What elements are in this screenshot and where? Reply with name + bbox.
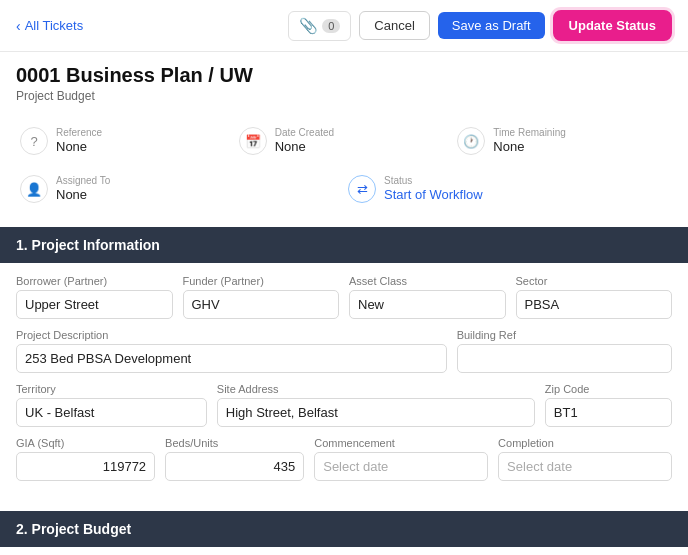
borrower-input[interactable] xyxy=(16,290,173,319)
form-content: Borrower (Partner) Funder (Partner) Asse… xyxy=(0,263,688,503)
commencement-label: Commencement xyxy=(314,437,488,449)
sector-input[interactable] xyxy=(516,290,673,319)
sector-label: Sector xyxy=(516,275,673,287)
back-link-label: All Tickets xyxy=(25,18,84,33)
site-address-group: Site Address xyxy=(217,383,535,427)
site-address-label: Site Address xyxy=(217,383,535,395)
attachment-button[interactable]: 📎 0 xyxy=(288,11,351,41)
update-status-button[interactable]: Update Status xyxy=(553,10,672,41)
gia-group: GIA (Sqft) xyxy=(16,437,155,481)
project-desc-group: Project Description xyxy=(16,329,447,373)
form-row-1: Borrower (Partner) Funder (Partner) Asse… xyxy=(16,275,672,319)
person-icon: 👤 xyxy=(20,175,48,203)
borrower-label: Borrower (Partner) xyxy=(16,275,173,287)
clock-icon: 🕐 xyxy=(457,127,485,155)
commencement-group: Commencement Select date xyxy=(314,437,488,481)
status-label: Status xyxy=(384,175,483,186)
completion-group: Completion Select date xyxy=(498,437,672,481)
attachment-count: 0 xyxy=(322,19,340,33)
territory-group: Territory xyxy=(16,383,207,427)
completion-label: Completion xyxy=(498,437,672,449)
date-created-value: None xyxy=(275,139,334,154)
gia-label: GIA (Sqft) xyxy=(16,437,155,449)
territory-input[interactable] xyxy=(16,398,207,427)
zip-code-input[interactable] xyxy=(545,398,672,427)
ticket-title: 0001 Business Plan / UW xyxy=(16,64,672,87)
top-actions: 📎 0 Cancel Save as Draft Update Status xyxy=(288,10,672,41)
status-icon: ⇄ xyxy=(348,175,376,203)
beds-input[interactable] xyxy=(165,452,304,481)
section2-header: 2. Project Budget xyxy=(0,511,688,547)
site-address-input[interactable] xyxy=(217,398,535,427)
project-desc-input[interactable] xyxy=(16,344,447,373)
reference-field: ? Reference None xyxy=(16,119,235,163)
time-remaining-label: Time Remaining xyxy=(493,127,565,138)
gia-input[interactable] xyxy=(16,452,155,481)
section1-title: 1. Project Information xyxy=(16,237,160,253)
reference-value: None xyxy=(56,139,102,154)
sector-group: Sector xyxy=(516,275,673,319)
zip-code-label: Zip Code xyxy=(545,383,672,395)
meta-grid-row2: 👤 Assigned To None ⇄ Status Start of Wor… xyxy=(0,163,688,219)
commencement-select[interactable]: Select date xyxy=(314,452,488,481)
assigned-to-field: 👤 Assigned To None xyxy=(16,167,344,211)
asset-class-input[interactable] xyxy=(349,290,506,319)
building-ref-group: Building Ref xyxy=(457,329,672,373)
section2-title: 2. Project Budget xyxy=(16,521,131,537)
asset-class-group: Asset Class xyxy=(349,275,506,319)
assigned-to-label: Assigned To xyxy=(56,175,110,186)
back-link[interactable]: ‹ All Tickets xyxy=(16,18,83,34)
funder-label: Funder (Partner) xyxy=(183,275,340,287)
date-created-label: Date Created xyxy=(275,127,334,138)
ticket-subtitle: Project Budget xyxy=(16,89,672,103)
completion-select[interactable]: Select date xyxy=(498,452,672,481)
beds-label: Beds/Units xyxy=(165,437,304,449)
page: ‹ All Tickets 📎 0 Cancel Save as Draft U… xyxy=(0,0,688,555)
funder-input[interactable] xyxy=(183,290,340,319)
meta-grid-row1: ? Reference None 📅 Date Created None 🕐 T… xyxy=(0,111,688,163)
section1-header: 1. Project Information xyxy=(0,227,688,263)
borrower-group: Borrower (Partner) xyxy=(16,275,173,319)
building-ref-label: Building Ref xyxy=(457,329,672,341)
reference-label: Reference xyxy=(56,127,102,138)
time-remaining-field: 🕐 Time Remaining None xyxy=(453,119,672,163)
status-value: Start of Workflow xyxy=(384,187,483,202)
asset-class-label: Asset Class xyxy=(349,275,506,287)
building-ref-input[interactable] xyxy=(457,344,672,373)
project-desc-label: Project Description xyxy=(16,329,447,341)
top-bar: ‹ All Tickets 📎 0 Cancel Save as Draft U… xyxy=(0,0,688,52)
form-row-3: Territory Site Address Zip Code xyxy=(16,383,672,427)
save-draft-button[interactable]: Save as Draft xyxy=(438,12,545,39)
territory-label: Territory xyxy=(16,383,207,395)
zip-code-group: Zip Code xyxy=(545,383,672,427)
attachment-icon: 📎 xyxy=(299,17,318,35)
form-row-2: Project Description Building Ref xyxy=(16,329,672,373)
reference-icon: ? xyxy=(20,127,48,155)
assigned-to-value: None xyxy=(56,187,110,202)
beds-group: Beds/Units xyxy=(165,437,304,481)
back-arrow-icon: ‹ xyxy=(16,18,21,34)
form-row-4: GIA (Sqft) Beds/Units Commencement Selec… xyxy=(16,437,672,481)
cancel-button[interactable]: Cancel xyxy=(359,11,429,40)
date-created-field: 📅 Date Created None xyxy=(235,119,454,163)
status-field: ⇄ Status Start of Workflow xyxy=(344,167,672,211)
funder-group: Funder (Partner) xyxy=(183,275,340,319)
time-remaining-value: None xyxy=(493,139,565,154)
calendar-icon: 📅 xyxy=(239,127,267,155)
title-area: 0001 Business Plan / UW Project Budget xyxy=(0,52,688,111)
